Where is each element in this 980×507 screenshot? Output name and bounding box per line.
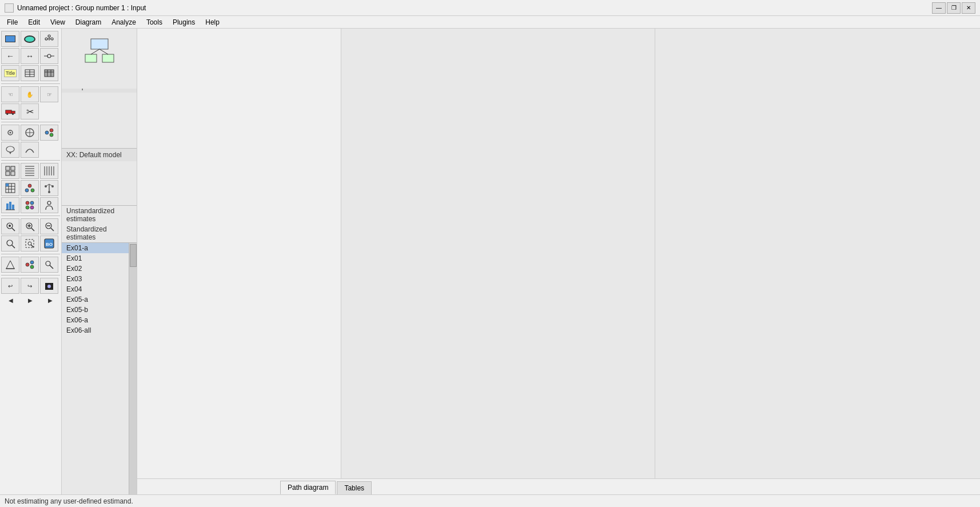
- standardized-estimates[interactable]: Standardized estimates: [62, 224, 137, 242]
- variables-scrollbar[interactable]: [129, 243, 137, 494]
- svg-rect-31: [11, 166, 15, 170]
- var-item-ex03[interactable]: Ex03: [62, 274, 129, 284]
- svg-point-64: [30, 201, 34, 205]
- data-grid-tool[interactable]: [1, 180, 19, 196]
- toolbar-row-1: [1, 31, 60, 47]
- scissors-tool[interactable]: ✂: [21, 103, 39, 119]
- rectangle-tool[interactable]: [1, 31, 19, 47]
- people-tool[interactable]: [40, 197, 58, 213]
- bubble-tool[interactable]: [1, 142, 19, 158]
- hand2-tool[interactable]: ✋: [21, 86, 39, 102]
- svg-line-76: [51, 228, 54, 231]
- nav-next[interactable]: ▶: [46, 296, 55, 305]
- status-text: Not estimating any user-defined estimand…: [5, 497, 133, 505]
- var-item-ex06a[interactable]: Ex06-a: [62, 315, 129, 325]
- nav-prev[interactable]: ◀: [6, 296, 15, 305]
- bar-chart-tool[interactable]: [1, 197, 19, 213]
- tab-tables[interactable]: Tables: [337, 481, 372, 494]
- magnify-tool[interactable]: [40, 278, 58, 294]
- arrow-both-tool[interactable]: ↔: [21, 48, 39, 64]
- grid2-tool[interactable]: [21, 163, 39, 179]
- table1-tool[interactable]: [21, 65, 39, 81]
- zoom-bo-tool[interactable]: BO: [40, 235, 58, 251]
- model-label: XX: Default model: [62, 149, 137, 161]
- grid1-tool[interactable]: [1, 163, 19, 179]
- diagram-thumbnail: [62, 29, 137, 89]
- diagram-canvas[interactable]: [137, 29, 980, 478]
- menu-edit[interactable]: Edit: [23, 17, 45, 27]
- undo-tool[interactable]: ↩: [1, 278, 19, 294]
- data2-tool[interactable]: [21, 180, 39, 196]
- svg-line-69: [12, 228, 15, 231]
- menu-diagram[interactable]: Diagram: [71, 17, 106, 27]
- toolbar-row-3: Title: [1, 65, 60, 81]
- oval-tool[interactable]: [21, 31, 39, 47]
- title-tool[interactable]: Title: [1, 65, 19, 81]
- var-item-ex01a[interactable]: Ex01-a: [62, 243, 129, 253]
- truck-tool[interactable]: [1, 103, 19, 119]
- var-item-ex05a[interactable]: Ex05-a: [62, 294, 129, 305]
- thumbnail-panel: [62, 29, 137, 80]
- svg-rect-61: [12, 205, 14, 210]
- menu-plugins[interactable]: Plugins: [168, 17, 200, 27]
- nav-mid[interactable]: ▶: [26, 296, 35, 305]
- menu-help[interactable]: Help: [201, 17, 224, 27]
- tab-path-diagram[interactable]: Path diagram: [280, 481, 336, 494]
- svg-point-21: [10, 132, 11, 134]
- menu-analyze[interactable]: Analyze: [107, 17, 141, 27]
- arrow-left-tool[interactable]: ←: [1, 48, 19, 64]
- multi4-tool[interactable]: [21, 257, 39, 273]
- svg-point-66: [30, 206, 34, 209]
- window-controls: — ❐ ✕: [932, 2, 975, 14]
- minimize-button[interactable]: —: [932, 2, 946, 14]
- variables-scroll-area: Ex01-a Ex01 Ex02 Ex03 Ex04 Ex05-a Ex05-b…: [62, 243, 137, 494]
- zoom-actual-tool[interactable]: [1, 218, 19, 234]
- menu-file[interactable]: File: [2, 17, 22, 27]
- svg-rect-33: [11, 171, 15, 175]
- var-item-ex04[interactable]: Ex04: [62, 284, 129, 294]
- grid3-tool[interactable]: [40, 163, 58, 179]
- toolbar-row-zoom2: BO: [1, 235, 60, 251]
- menu-view[interactable]: View: [46, 17, 70, 27]
- connect-tool[interactable]: [40, 48, 58, 64]
- toolbar-row-4: ☜ ✋ ☞: [1, 86, 60, 102]
- data3-tool[interactable]: [40, 180, 58, 196]
- var-item-ex05b[interactable]: Ex05-b: [62, 305, 129, 315]
- table2-tool[interactable]: [40, 65, 58, 81]
- zoom-sel-tool[interactable]: [21, 235, 39, 251]
- svg-point-90: [46, 261, 50, 266]
- multi-node-tool[interactable]: [40, 125, 58, 141]
- var-item-ex02[interactable]: Ex02: [62, 264, 129, 274]
- svg-marker-85: [6, 261, 14, 269]
- histogram-tool[interactable]: [1, 257, 19, 273]
- main-layout: ← ↔ Title: [0, 29, 980, 494]
- svg-line-82: [31, 245, 34, 247]
- svg-line-79: [12, 245, 15, 248]
- search-tool[interactable]: [40, 257, 58, 273]
- close-button[interactable]: ✕: [962, 2, 975, 14]
- unstandardized-estimates[interactable]: Unstandardized estimates: [62, 206, 137, 224]
- toolbar-row-5: ✂: [1, 103, 60, 119]
- maximize-button[interactable]: ❐: [947, 2, 961, 14]
- path-tool[interactable]: [40, 31, 58, 47]
- redo-tool[interactable]: ↪: [21, 278, 39, 294]
- svg-text:BO: BO: [46, 242, 53, 247]
- svg-marker-29: [9, 152, 11, 154]
- var-item-ex01[interactable]: Ex01: [62, 253, 129, 264]
- var-item-ex06all[interactable]: Ex06-all: [62, 325, 129, 336]
- zoom-fit-tool[interactable]: [1, 235, 19, 251]
- gear-tool[interactable]: [1, 125, 19, 141]
- svg-point-5: [47, 54, 51, 58]
- curve-tool[interactable]: [21, 142, 39, 158]
- svg-point-26: [50, 129, 53, 132]
- svg-point-67: [47, 201, 51, 205]
- zoom-out-tool[interactable]: [40, 218, 58, 234]
- menu-tools[interactable]: Tools: [142, 17, 167, 27]
- hand3-tool[interactable]: ☞: [40, 86, 58, 102]
- circle-tool[interactable]: [21, 125, 39, 141]
- canvas-area: Path diagram Tables: [137, 29, 980, 494]
- hand1-tool[interactable]: ☜: [1, 86, 19, 102]
- multi3-tool[interactable]: [21, 197, 39, 213]
- zoom-in-tool[interactable]: [21, 218, 39, 234]
- svg-point-87: [26, 263, 29, 266]
